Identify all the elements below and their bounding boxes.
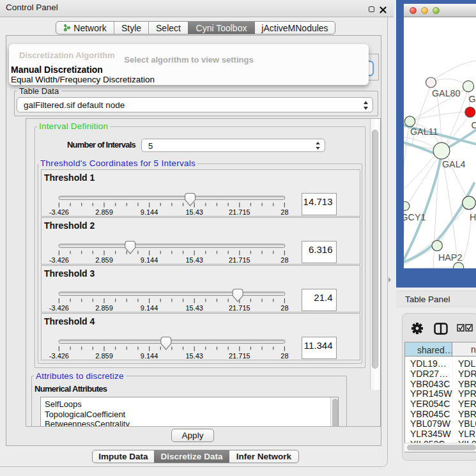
svg-text:28: 28: [280, 352, 288, 360]
svg-text:15.43: 15.43: [185, 352, 203, 360]
svg-text:15.43: 15.43: [185, 256, 203, 264]
svg-text:9.144: 9.144: [141, 352, 158, 360]
svg-text:15.43: 15.43: [185, 208, 203, 216]
svg-text:21.715: 21.715: [229, 352, 250, 360]
svg-text:GAL80: GAL80: [432, 88, 461, 98]
svg-text:-3.426: -3.426: [49, 352, 69, 360]
svg-text:HAP2: HAP2: [438, 252, 462, 263]
svg-text:28: 28: [280, 304, 288, 312]
svg-text:9.144: 9.144: [141, 208, 158, 216]
svg-text:H: H: [470, 212, 476, 222]
svg-text:2.859: 2.859: [95, 352, 113, 360]
svg-text:GA: GA: [469, 94, 476, 104]
svg-text:9.144: 9.144: [141, 304, 158, 312]
svg-text:GAL4: GAL4: [442, 159, 466, 169]
svg-text:2.859: 2.859: [95, 256, 113, 264]
svg-text:2.859: 2.859: [95, 208, 113, 216]
svg-text:21.715: 21.715: [229, 208, 250, 216]
svg-text:21.715: 21.715: [229, 304, 250, 312]
svg-text:9.144: 9.144: [141, 256, 158, 264]
svg-text:15.43: 15.43: [185, 304, 203, 312]
svg-text:21.715: 21.715: [229, 256, 250, 264]
svg-text:GCY1: GCY1: [404, 212, 426, 222]
svg-text:28: 28: [280, 256, 288, 264]
svg-text:-3.426: -3.426: [49, 304, 69, 312]
svg-text:2.859: 2.859: [95, 304, 113, 312]
svg-text:28: 28: [280, 208, 288, 216]
svg-text:-3.426: -3.426: [49, 208, 69, 216]
svg-text:GAL11: GAL11: [410, 127, 438, 137]
svg-text:C: C: [472, 120, 476, 130]
svg-text:-3.426: -3.426: [49, 256, 69, 264]
